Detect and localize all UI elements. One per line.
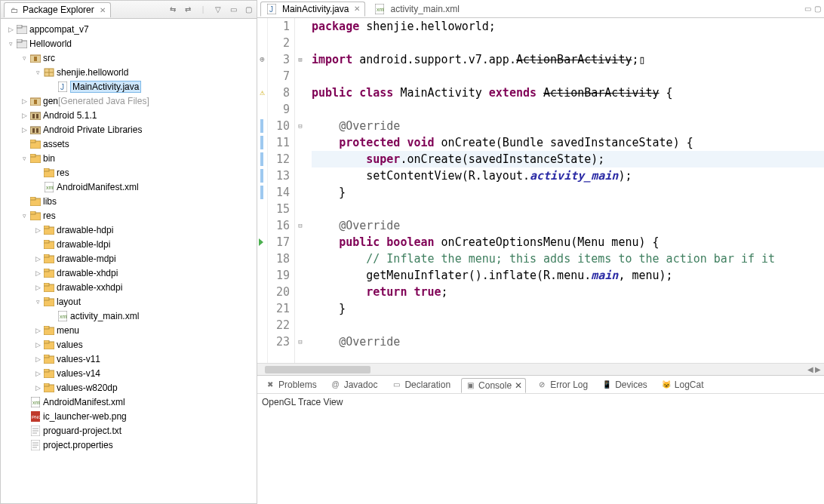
expander-icon[interactable]: ▷ [32, 255, 43, 263]
maximize-icon[interactable]: ▢ [814, 5, 821, 13]
minimize-icon[interactable]: ▭ [804, 5, 811, 13]
close-icon[interactable]: ✕ [515, 380, 522, 391]
link-editor-icon[interactable]: ⇄ [183, 5, 193, 15]
bottom-tab-javadoc[interactable]: @Javadoc [327, 378, 381, 392]
tab-icon: ▭ [391, 380, 401, 390]
bottom-tab-console[interactable]: ▣Console ✕ [461, 378, 526, 393]
tree-label: src [43, 53, 55, 63]
tree-item[interactable]: ▷ drawable-hdpi [2, 223, 255, 237]
tree-item[interactable]: ▷ values-w820dp [2, 380, 255, 395]
tree-item[interactable]: J MainActivity.java [2, 79, 255, 94]
tree-item[interactable]: res [2, 165, 255, 180]
tree-item[interactable]: ▿ Helloworld [2, 36, 255, 51]
maximize-icon[interactable]: ▢ [243, 5, 254, 15]
bottom-tab-error-log[interactable]: ⊘Error Log [533, 378, 591, 392]
tree-item[interactable]: drawable-ldpi [2, 237, 255, 251]
tree-item[interactable]: ▷ drawable-mdpi [2, 251, 255, 266]
code-area[interactable]: package shenjie.helloworld;import androi… [306, 18, 824, 363]
expander-icon[interactable]: ▿ [19, 54, 29, 62]
tree-label: values-v11 [57, 354, 100, 364]
annotation-column[interactable]: ⊕⚠ [257, 18, 268, 363]
expander-icon[interactable]: ▷ [19, 126, 29, 134]
tree-item[interactable]: assets [2, 137, 255, 151]
close-icon[interactable]: ✕ [354, 5, 360, 13]
bottom-tab-declaration[interactable]: ▭Declaration [388, 378, 454, 392]
bottom-tab-problems[interactable]: ✖Problems [262, 378, 320, 392]
tab-package-explorer[interactable]: 🗀 Package Explorer ✕ [4, 2, 111, 17]
svg-text:J: J [60, 83, 64, 91]
tree-item[interactable]: ▷ values-v11 [2, 352, 255, 366]
close-icon[interactable]: ✕ [100, 6, 106, 14]
scrollbar-thumb[interactable] [265, 366, 370, 373]
package-explorer-tree[interactable]: ▷ appcompat_v7 ▿ Helloworld ▿ src ▿ shen… [1, 19, 257, 503]
editor-tabbar: JMainActivity.java✕xmlactivity_main.xml … [257, 0, 824, 18]
tree-item[interactable]: xml activity_main.xml [2, 309, 255, 323]
pkg-icon [43, 66, 55, 78]
fold-column[interactable]: ⊞⊟⊟⊟ [295, 18, 306, 363]
tree-item[interactable]: PNG ic_launcher-web.png [2, 409, 255, 423]
tree-item[interactable]: ▿ layout [2, 294, 255, 309]
tree-item[interactable]: proguard-project.txt [2, 423, 255, 438]
expander-icon[interactable]: ▿ [19, 212, 29, 220]
tree-item[interactable]: libs [2, 194, 255, 208]
tree-label: AndroidManifest.xml [43, 397, 125, 407]
expander-icon[interactable]: ▷ [32, 284, 43, 291]
tree-label: values-w820dp [57, 383, 118, 393]
folder-icon [43, 382, 55, 394]
svg-rect-52 [44, 369, 49, 372]
svg-rect-22 [30, 154, 35, 157]
folder-icon [43, 324, 55, 337]
tree-item[interactable]: ▿ bin [2, 151, 255, 165]
tree-item[interactable]: ▷ values-v14 [2, 366, 255, 380]
expander-icon[interactable]: ▷ [19, 97, 29, 105]
editor-tab[interactable]: JMainActivity.java✕ [260, 2, 365, 17]
expander-icon[interactable]: ▷ [5, 26, 16, 33]
expander-icon[interactable]: ▷ [32, 355, 43, 363]
scroll-left-icon[interactable]: ◀ [807, 365, 813, 373]
tree-item[interactable]: xml AndroidManifest.xml [2, 180, 255, 194]
expander-icon[interactable]: ▷ [32, 370, 43, 377]
tree-item[interactable]: ▷ drawable-xxhdpi [2, 280, 255, 294]
tree-item[interactable]: ▷ gen [Generated Java Files] [2, 94, 255, 108]
tree-item[interactable]: ▿ src [2, 51, 255, 65]
tree-item[interactable]: ▷ appcompat_v7 [2, 22, 255, 36]
expander-icon[interactable]: ▿ [5, 40, 16, 48]
bottom-tab-devices[interactable]: 📱Devices [598, 378, 650, 392]
tree-item[interactable]: ▷ menu [2, 323, 255, 337]
expander-icon[interactable]: ▷ [19, 112, 29, 119]
editor-tab[interactable]: xmlactivity_main.xml [368, 2, 464, 17]
tree-item[interactable]: project.properties [2, 438, 255, 452]
horizontal-scrollbar[interactable]: ◀▶ [257, 363, 824, 375]
expander-icon[interactable]: ▷ [32, 384, 43, 392]
folder-icon [43, 224, 55, 236]
bottom-tabbar: ✖Problems@Javadoc▭Declaration▣Console ✕⊘… [257, 376, 824, 394]
expander-icon[interactable]: ▿ [32, 298, 43, 306]
tree-item[interactable]: ▿ shenjie.helloworld [2, 65, 255, 79]
lib-folder-icon [29, 109, 42, 121]
tree-item[interactable]: ▷ values [2, 337, 255, 352]
tree-item[interactable]: ▷ Android Private Libraries [2, 122, 255, 137]
expander-icon[interactable]: ▿ [19, 155, 29, 162]
expander-icon[interactable]: ▷ [32, 269, 43, 277]
view-menu-icon[interactable]: ▽ [213, 5, 223, 15]
tree-item[interactable]: ▷ Android 5.1.1 [2, 108, 255, 122]
svg-rect-17 [32, 128, 35, 133]
editor-body[interactable]: ⊕⚠ 1237891011121314151617181920212223 ⊞⊟… [257, 18, 824, 363]
folder-icon [43, 281, 55, 293]
scroll-right-icon[interactable]: ▶ [815, 365, 821, 373]
expander-icon[interactable]: ▷ [32, 327, 43, 334]
folder-icon [43, 367, 55, 380]
expander-icon[interactable]: ▷ [32, 341, 43, 349]
tree-item[interactable]: ▷ drawable-xhdpi [2, 266, 255, 280]
folder-black-icon [16, 23, 28, 35]
collapse-all-icon[interactable]: ⇆ [168, 5, 178, 15]
expander-icon[interactable]: ▷ [32, 226, 43, 234]
minimize-icon[interactable]: ▭ [228, 5, 238, 15]
expander-icon[interactable]: ▿ [32, 69, 43, 76]
bottom-tab-logcat[interactable]: 😺LogCat [658, 378, 707, 392]
tab-label: Package Explorer [23, 5, 94, 15]
svg-text:xml: xml [60, 314, 67, 319]
tree-item[interactable]: ▿ res [2, 208, 255, 223]
tree-item[interactable]: xml AndroidManifest.xml [2, 395, 255, 409]
svg-text:xml: xml [32, 400, 40, 405]
